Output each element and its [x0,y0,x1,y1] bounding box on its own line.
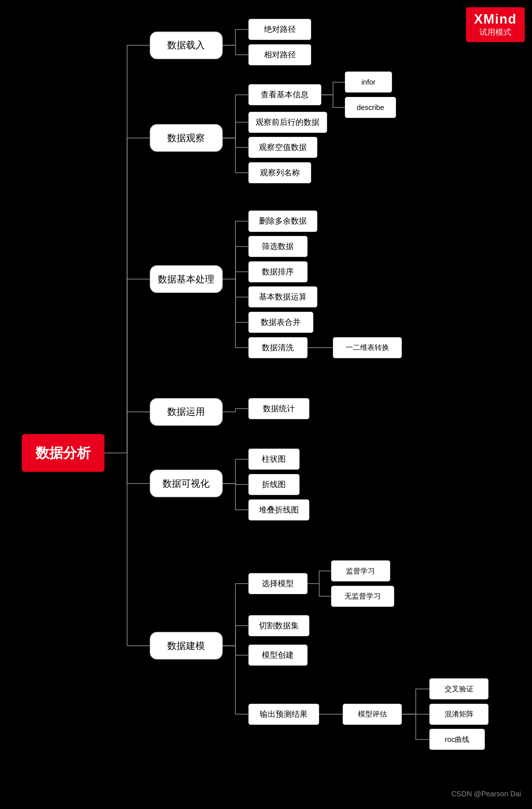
node-数据可视化: 数据可视化 [150,470,223,497]
node-堆叠折线图: 堆叠折线图 [248,499,309,520]
node-查看基本信息: 查看基本信息 [248,84,321,105]
node-describe: describe [345,97,396,118]
node-基本数据运算: 基本数据运算 [248,286,317,307]
node-数据运用: 数据运用 [150,398,223,425]
node-切割数据集: 切割数据集 [248,615,309,636]
node-删除多余数据: 删除多余数据 [248,211,317,232]
node-一二维表转换: 一二维表转换 [333,337,402,358]
node-roc曲线: roc曲线 [429,729,484,750]
node-模型创建: 模型创建 [248,645,308,666]
xmind-badge: XMind 试用模式 [466,7,525,42]
node-输出预测结果: 输出预测结果 [248,704,319,725]
node-绝对路径: 绝对路径 [248,19,312,40]
node-观察空值数据: 观察空值数据 [248,137,317,158]
node-root: 数据分析 [22,434,104,472]
node-相对路径: 相对路径 [248,44,312,65]
xmind-subtitle: 试用模式 [474,27,517,38]
xmind-title: XMind [474,12,517,27]
node-选择模型: 选择模型 [248,573,308,594]
node-数据统计: 数据统计 [248,398,309,419]
node-数据载入: 数据载入 [150,32,223,59]
node-混淆矩阵: 混淆矩阵 [429,704,488,725]
node-观察列名称: 观察列名称 [248,162,312,183]
node-数据清洗: 数据清洗 [248,337,308,358]
node-筛选数据: 筛选数据 [248,236,308,257]
node-柱状图: 柱状图 [248,449,300,470]
node-监督学习: 监督学习 [331,560,390,581]
node-数据观察: 数据观察 [150,124,223,151]
node-交叉验证: 交叉验证 [429,678,488,699]
node-模型评估: 模型评估 [343,704,402,725]
node-折线图: 折线图 [248,474,300,495]
node-数据排序: 数据排序 [248,261,308,282]
node-数据表合并: 数据表合并 [248,312,313,333]
node-数据建模: 数据建模 [150,632,223,659]
node-无监督学习: 无监督学习 [331,586,394,607]
csdn-badge: CSDN @Pearson Dai [451,790,521,798]
node-观察前后行的数据: 观察前后行的数据 [248,112,327,133]
node-infor: infor [345,71,392,93]
mindmap-container: 数据分析数据载入绝对路径相对路径数据观察查看基本信息infordescribe观… [0,0,532,809]
node-数据基本处理: 数据基本处理 [150,265,223,293]
